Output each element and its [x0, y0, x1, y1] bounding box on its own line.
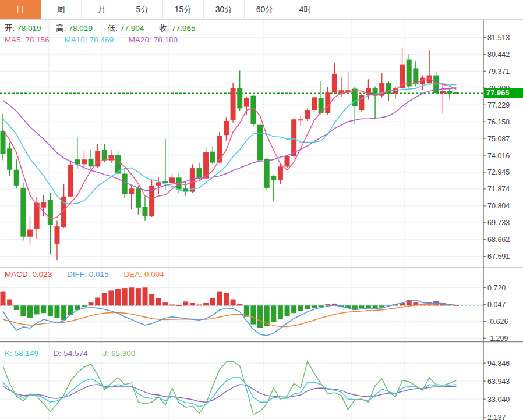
svg-text:0.720: 0.720	[487, 284, 506, 292]
tab-月[interactable]: 月	[82, 0, 122, 19]
svg-text:2.137: 2.137	[487, 414, 506, 420]
svg-text:76.158: 76.158	[487, 118, 510, 126]
svg-text:0.047: 0.047	[487, 301, 506, 309]
svg-text:77.229: 77.229	[487, 101, 510, 109]
tab-60分[interactable]: 60分	[245, 0, 285, 19]
tab-15分[interactable]: 15分	[163, 0, 204, 19]
svg-text:63.943: 63.943	[487, 378, 510, 386]
candlestick-chart-canvas[interactable]: 81.51380.44279.37178.30077.22976.15875.0…	[0, 0, 523, 420]
svg-text:-1.299: -1.299	[487, 334, 508, 343]
svg-text:69.733: 69.733	[487, 219, 510, 227]
svg-text:72.945: 72.945	[487, 168, 510, 176]
svg-text:81.513: 81.513	[487, 34, 510, 42]
tab-30分[interactable]: 30分	[204, 0, 245, 19]
svg-text:71.874: 71.874	[487, 185, 510, 193]
timeframe-tabbar: 日周月5分15分30分60分4时	[0, 0, 523, 20]
trading-chart-app: 日周月5分15分30分60分4时 81.51380.44279.37178.30…	[0, 0, 523, 420]
svg-text:70.804: 70.804	[487, 202, 510, 210]
svg-text:75.087: 75.087	[487, 135, 510, 143]
svg-text:-0.626: -0.626	[487, 318, 508, 326]
svg-text:94.846: 94.846	[487, 360, 510, 368]
svg-text:33.040: 33.040	[487, 396, 510, 404]
tab-周[interactable]: 周	[41, 0, 82, 19]
current-price-tag: 77.965	[484, 88, 523, 98]
svg-text:74.016: 74.016	[487, 152, 510, 160]
tab-日[interactable]: 日	[0, 0, 41, 19]
svg-text:79.371: 79.371	[487, 67, 510, 76]
svg-text:80.442: 80.442	[487, 51, 510, 59]
tab-5分[interactable]: 5分	[122, 0, 163, 19]
tab-4时[interactable]: 4时	[285, 0, 326, 19]
svg-text:67.591: 67.591	[487, 252, 510, 261]
svg-text:68.662: 68.662	[487, 236, 510, 244]
